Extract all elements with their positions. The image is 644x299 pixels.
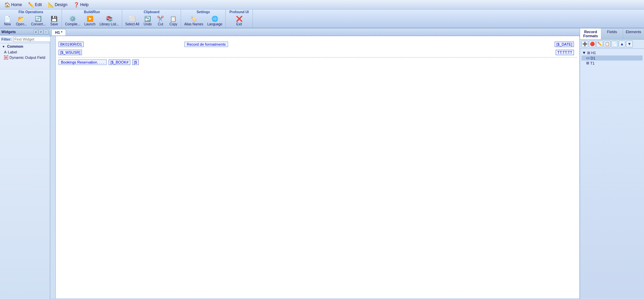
tree-label-h1: H1 xyxy=(591,51,596,55)
library-list-button[interactable]: 📚 Library List... xyxy=(98,15,120,27)
select-all-icon: ⬜ xyxy=(129,16,136,22)
canvas-area[interactable]: BK0190R/D1 Record de formatments [$_DATE… xyxy=(50,36,580,299)
undo-label: Undo xyxy=(143,22,152,26)
help-button[interactable]: ❓ Help xyxy=(70,1,92,8)
elements-label: Elements xyxy=(626,30,641,34)
add-record-btn[interactable]: ➕ xyxy=(581,41,588,47)
widget-category-common[interactable]: ▼ Common xyxy=(0,43,50,49)
ribbon-group-settings: Settings 🏷️ Alias Names 🌐 Language xyxy=(181,9,226,28)
launch-icon: ▶️ xyxy=(87,16,93,22)
exit-button[interactable]: ❌ Exit xyxy=(233,15,245,27)
sidebar-close-btn[interactable]: − xyxy=(44,29,48,34)
main-layout: Widgets « + − Filter: ▼ Common A Label ⊞… xyxy=(0,28,644,299)
widget-item-dynamic[interactable]: ⊞ Dynamic Output Field xyxy=(0,55,50,60)
design-button[interactable]: 📐 Design xyxy=(45,1,70,8)
sidebar-collapse-btn[interactable]: « xyxy=(34,29,38,34)
library-label: Library List... xyxy=(99,22,119,26)
tab-bar: H1 * xyxy=(50,28,580,36)
edit-label: Edit xyxy=(35,2,42,7)
alias-icon: 🏷️ xyxy=(190,16,197,22)
compile-label: Compile... xyxy=(65,22,80,26)
ribbon-group-profound: Profound UI ❌ Exit xyxy=(226,9,253,28)
field-record-format[interactable]: Record de formatments xyxy=(184,42,228,47)
right-toolbar: ➕ 🔴 ✏️ 📋 📄 ▲ ▼ xyxy=(580,40,644,49)
paste-record-btn[interactable]: 📄 xyxy=(611,41,618,47)
exit-label: Exit xyxy=(236,22,242,26)
field-date[interactable]: [$_DATE] xyxy=(555,42,574,47)
new-button[interactable]: 📄 New xyxy=(1,15,14,27)
record-format-text: Record de formatments xyxy=(187,42,226,46)
copy-record-btn[interactable]: 📋 xyxy=(604,41,610,47)
convert-icon: 🔄 xyxy=(35,16,42,22)
build-run-label: Build/Run xyxy=(84,10,100,14)
cut-button[interactable]: ✂️ Cut xyxy=(154,15,166,27)
field-booking[interactable]: Bookings Reservation. . . . xyxy=(59,60,107,65)
canvas-tab-label: H1 * xyxy=(55,30,62,34)
canvas-row-3: Bookings Reservation. . . . [$_BOOK# [$ xyxy=(56,58,579,66)
settings-label: Settings xyxy=(197,10,210,14)
canvas-row-1: BK0190R/D1 Record de formatments [$_DATE… xyxy=(56,38,579,48)
help-label: Help xyxy=(80,2,89,7)
clipboard-label: Clipboard xyxy=(143,10,159,14)
copy-button[interactable]: 📋 Copy xyxy=(167,15,179,27)
canvas-content: BK0190R/D1 Record de formatments [$_DATE… xyxy=(56,36,579,298)
open-button[interactable]: 📂 Open... xyxy=(14,15,29,27)
tree-label-t1: T1 xyxy=(590,61,595,65)
tab-elements[interactable]: Elements xyxy=(623,28,644,39)
tree-icon-h1: ⊞ xyxy=(587,51,590,55)
design-label: Design xyxy=(55,2,67,7)
file-ops-label: File Operations xyxy=(19,10,43,14)
home-button[interactable]: 🏠 Home xyxy=(1,1,25,8)
remove-record-btn[interactable]: 🔴 xyxy=(589,41,596,47)
field-wsusr[interactable]: [$_WSUSR] xyxy=(59,50,82,55)
widget-item-label[interactable]: A Label xyxy=(0,49,50,55)
tree-item-t1[interactable]: ⊞ T1 xyxy=(581,61,643,66)
alias-names-button[interactable]: 🏷️ Alias Names xyxy=(182,15,205,27)
category-label: Common xyxy=(7,44,23,48)
clipboard-buttons: ⬜ Select All ↩️ Undo ✂️ Cut 📋 Copy xyxy=(124,15,179,27)
field-dollar[interactable]: [$ xyxy=(132,60,139,65)
edit-button[interactable]: ✏️ Edit xyxy=(25,1,45,8)
launch-label: Launch xyxy=(84,22,95,26)
open-icon: 📂 xyxy=(18,16,25,22)
new-icon: 📄 xyxy=(4,16,11,22)
undo-icon: ↩️ xyxy=(144,16,151,22)
record-formats-label: Record Formats xyxy=(583,30,598,38)
library-icon: 📚 xyxy=(106,16,113,22)
compile-icon: ⚙️ xyxy=(69,16,76,22)
ribbon-group-file: File Operations 📄 New 📂 Open... 🔄 Conver… xyxy=(0,9,62,28)
undo-button[interactable]: ↩️ Undo xyxy=(141,15,154,27)
save-icon: 💾 xyxy=(51,16,58,22)
select-all-button[interactable]: ⬜ Select All xyxy=(124,15,141,27)
ribbon-group-clipboard: Clipboard ⬜ Select All ↩️ Undo ✂️ Cut 📋 … xyxy=(122,9,181,28)
help-icon: ❓ xyxy=(73,2,79,7)
language-button[interactable]: 🌐 Language xyxy=(206,15,224,27)
tree-item-d1[interactable]: ▭ D1 xyxy=(581,55,643,61)
move-down-btn[interactable]: ▼ xyxy=(626,41,633,47)
move-up-btn[interactable]: ▲ xyxy=(619,41,625,47)
sidebar-add-btn[interactable]: + xyxy=(39,29,43,34)
design-icon: 📐 xyxy=(48,2,54,7)
tree-item-h1[interactable]: ▼ ⊞ H1 xyxy=(581,50,643,55)
field-bk0190r-d1[interactable]: BK0190R/D1 xyxy=(59,42,84,47)
canvas-tab-h1[interactable]: H1 * xyxy=(51,29,66,36)
field-book-num[interactable]: [$_BOOK# xyxy=(109,60,130,65)
edit-record-btn[interactable]: ✏️ xyxy=(596,41,603,47)
filter-label: Filter: xyxy=(1,37,12,41)
save-button[interactable]: 💾 Save xyxy=(48,15,60,27)
field-time[interactable]: TT:TT:TT xyxy=(556,50,574,55)
tab-fields[interactable]: Fields xyxy=(601,28,623,39)
tree-expand-h1: ▼ xyxy=(582,50,586,55)
category-arrow: ▼ xyxy=(2,45,5,48)
compile-button[interactable]: ⚙️ Compile... xyxy=(63,15,82,27)
launch-button[interactable]: ▶️ Launch xyxy=(83,15,97,27)
copy-icon: 📋 xyxy=(170,16,177,22)
home-label: Home xyxy=(11,2,22,7)
language-label: Language xyxy=(207,22,223,26)
label-widget-icon: A xyxy=(4,50,6,54)
sidebar-title: Widgets xyxy=(1,30,16,34)
convert-button[interactable]: 🔄 Convert... xyxy=(29,15,47,27)
left-sidebar: Widgets « + − Filter: ▼ Common A Label ⊞… xyxy=(0,28,50,299)
sidebar-controls: « + − xyxy=(34,29,48,34)
tab-record-formats[interactable]: Record Formats xyxy=(580,28,601,39)
